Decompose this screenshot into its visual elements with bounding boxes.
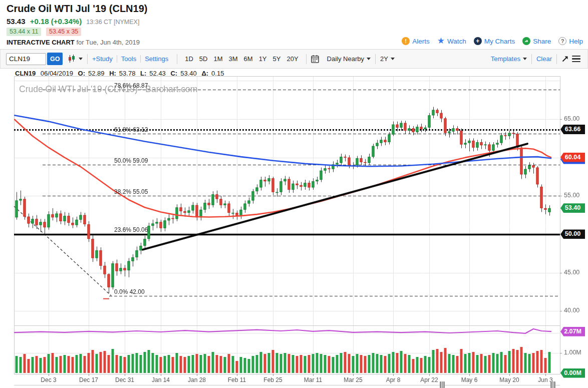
menu-button[interactable] bbox=[572, 54, 580, 64]
header-links: ! Alerts ★ Watch + My Charts Share ? Hel… bbox=[402, 37, 583, 45]
bid-chip: 53.44 x 11 bbox=[7, 28, 41, 36]
x-axis-label: Apr 8 bbox=[378, 376, 409, 383]
watch-label: Watch bbox=[447, 38, 466, 45]
scrollbar-handle-left[interactable] bbox=[440, 381, 445, 388]
x-axis-label: Jun 3 bbox=[530, 376, 561, 383]
last-price: 53.43 bbox=[7, 17, 26, 26]
my-charts-label: My Charts bbox=[484, 38, 515, 45]
range-button-1m[interactable]: 1M bbox=[213, 55, 222, 63]
interactive-chart-date: for Tue, Jun 4th, 2019 bbox=[76, 39, 139, 46]
volume-badge: 0.00M bbox=[560, 368, 585, 378]
settings-button[interactable]: Settings bbox=[140, 55, 172, 63]
frequency-dropdown[interactable]: Daily Nearby bbox=[327, 55, 371, 63]
chevron-down-icon bbox=[523, 58, 527, 60]
toolbar-divider bbox=[556, 54, 557, 64]
help-link[interactable]: ? Help bbox=[558, 37, 583, 45]
scrollbar-handle-right[interactable] bbox=[550, 381, 555, 388]
help-label: Help bbox=[569, 38, 583, 45]
volume-badge: 2.07M bbox=[560, 327, 585, 336]
x-axis-label: Dec 17 bbox=[73, 376, 104, 383]
fib-level-label: 50.0% 59.09 bbox=[114, 157, 148, 164]
barchart-interactive-chart-page: Crude Oil WTI Jul '19 (CLN19) 53.43 +0.1… bbox=[0, 0, 588, 388]
price-axis-label: 55.00 bbox=[564, 192, 579, 199]
range-button-5y[interactable]: 5Y bbox=[273, 55, 281, 63]
price-axis-label: 45.00 bbox=[564, 269, 579, 276]
fib-level-label: 61.8% 63.12 bbox=[114, 126, 148, 133]
go-button[interactable]: GO bbox=[47, 53, 63, 65]
fib-level-label: 23.6% 50.06 bbox=[114, 226, 148, 233]
x-axis-label: Mar 11 bbox=[298, 376, 329, 383]
toolbar-divider bbox=[375, 54, 376, 64]
templates-label: Templates bbox=[491, 55, 520, 63]
candlestick-type-icon bbox=[68, 55, 76, 63]
share-arrow-icon bbox=[522, 37, 530, 45]
range-button-6m[interactable]: 6M bbox=[244, 55, 253, 63]
share-label: Share bbox=[533, 38, 551, 45]
clear-button[interactable]: Clear bbox=[536, 55, 552, 63]
page-title: Crude Oil WTI Jul '19 (CLN19) bbox=[7, 3, 147, 15]
x-axis-label: Jan 14 bbox=[145, 376, 176, 383]
star-icon: ★ bbox=[437, 38, 445, 45]
interactive-chart-label: INTERACTIVE CHART bbox=[7, 39, 75, 46]
my-charts-link[interactable]: + My Charts bbox=[474, 37, 515, 45]
price-chart-canvas[interactable] bbox=[0, 74, 588, 388]
ask-chip: 53.45 x 35 bbox=[46, 28, 81, 36]
chevron-down-icon bbox=[367, 58, 371, 60]
bid-ask-row: 53.44 x 11 53.45 x 35 bbox=[7, 28, 84, 36]
x-axis-label: Feb 11 bbox=[221, 376, 252, 383]
toolbar-divider bbox=[531, 54, 532, 64]
quote-time: 13:36 CT [NYMEX] bbox=[86, 19, 139, 26]
price-axis-label: 65.00 bbox=[564, 115, 579, 122]
x-axis-label: May 6 bbox=[454, 376, 485, 383]
chart-area: Crude Oil WTI Jul '19 (CLN19) - Barchart… bbox=[0, 74, 588, 388]
volume-axis-label: 1.00M bbox=[564, 349, 581, 356]
quote-row: 53.43 +0.18 (+0.34%) 13:36 CT [NYMEX] bbox=[7, 17, 139, 26]
alerts-link[interactable]: ! Alerts bbox=[402, 37, 430, 45]
price-badge: 50.00 bbox=[560, 229, 585, 239]
x-axis-label: Jan 28 bbox=[181, 376, 212, 383]
calendar-icon bbox=[311, 55, 319, 63]
expand-chart-button[interactable] bbox=[561, 55, 569, 63]
toolbar-divider bbox=[87, 54, 88, 64]
fib-level-label: 78.6% 68.87 bbox=[114, 82, 148, 89]
x-axis-label: Dec 3 bbox=[33, 376, 64, 383]
templates-dropdown[interactable]: Templates bbox=[491, 55, 527, 63]
interactive-chart-caption: INTERACTIVE CHART for Tue, Jun 4th, 2019 bbox=[7, 39, 140, 46]
x-axis-label: Feb 25 bbox=[257, 376, 288, 383]
price-badge: 53.40 bbox=[560, 203, 585, 213]
range-button-1d[interactable]: 1D bbox=[185, 55, 193, 63]
range-button-1y[interactable]: 1Y bbox=[259, 55, 267, 63]
symbol-input[interactable] bbox=[6, 53, 46, 65]
span-dropdown[interactable]: 2Y bbox=[380, 55, 395, 63]
x-axis-label: Dec 31 bbox=[109, 376, 140, 383]
price-axis-label: 40.00 bbox=[564, 307, 579, 314]
chart-type-dropdown[interactable] bbox=[68, 55, 83, 63]
share-link[interactable]: Share bbox=[522, 37, 551, 45]
fib-level-label: 0.0% 42.00 bbox=[114, 288, 145, 295]
expand-arrow-icon bbox=[561, 55, 569, 63]
range-button-5d[interactable]: 5D bbox=[199, 55, 208, 63]
fib-level-label: 38.2% 55.05 bbox=[114, 188, 148, 195]
price-badge: 60.04 bbox=[560, 153, 585, 162]
price-change: +0.18 (+0.34%) bbox=[30, 17, 82, 26]
tools-button[interactable]: Tools bbox=[117, 55, 140, 63]
plus-circle-icon: + bbox=[474, 37, 482, 45]
add-study-button[interactable]: +Study bbox=[92, 55, 117, 63]
calendar-button[interactable] bbox=[311, 55, 319, 63]
chart-toolbar: GO +Study Tools Settings 1D 5D 1M 3M 6M … bbox=[0, 49, 588, 69]
question-circle-icon: ? bbox=[558, 37, 566, 45]
toolbar-divider bbox=[306, 54, 307, 64]
chevron-down-icon bbox=[79, 58, 83, 60]
span-value: 2Y bbox=[380, 55, 388, 63]
alert-icon: ! bbox=[402, 37, 410, 45]
frequency-value: Daily Nearby bbox=[327, 55, 364, 63]
watch-link[interactable]: ★ Watch bbox=[437, 38, 466, 45]
x-axis-label: May 20 bbox=[494, 376, 525, 383]
range-button-3m[interactable]: 3M bbox=[229, 55, 238, 63]
chart-watermark: Crude Oil WTI Jul '19 (CLN19) - Barchart… bbox=[19, 84, 197, 95]
price-badge: 63.66 bbox=[560, 125, 585, 134]
toolbar-divider bbox=[177, 54, 177, 64]
range-button-20y[interactable]: 20Y bbox=[286, 55, 298, 63]
chevron-down-icon bbox=[391, 58, 395, 60]
alerts-label: Alerts bbox=[412, 38, 430, 45]
